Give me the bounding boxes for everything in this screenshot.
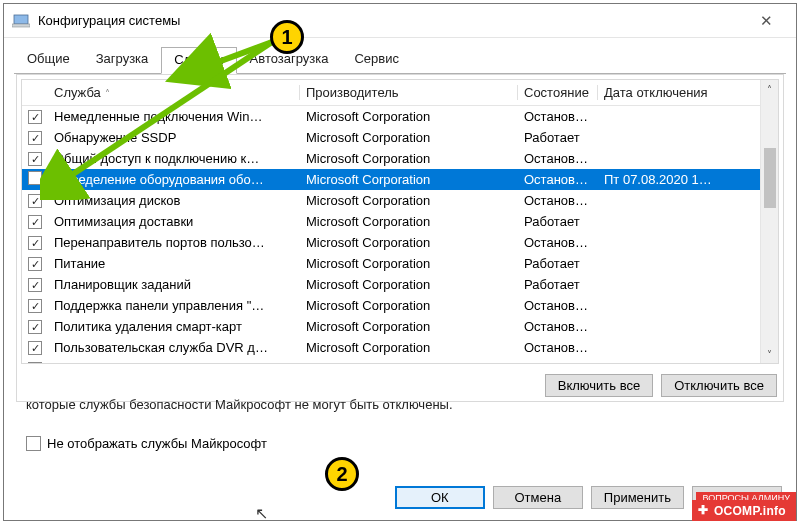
state: Останов… bbox=[518, 234, 598, 251]
column-manufacturer[interactable]: Производитель bbox=[300, 81, 518, 104]
tab-boot[interactable]: Загрузка bbox=[83, 46, 162, 73]
table-row[interactable]: Оптимизация доставкиMicrosoft Corporatio… bbox=[22, 211, 760, 232]
enable-all-button[interactable]: Включить все bbox=[545, 374, 653, 397]
state: Работает bbox=[518, 360, 598, 363]
tab-general[interactable]: Общие bbox=[14, 46, 83, 73]
service-name: Пользовательская служба DVR д… bbox=[48, 339, 300, 356]
service-name: Немедленные подключения Win… bbox=[48, 108, 300, 125]
date-disabled bbox=[598, 263, 760, 265]
service-name: Перенаправитель портов пользо… bbox=[48, 234, 300, 251]
table-row[interactable]: Пользовательская служба DVR д…Microsoft … bbox=[22, 337, 760, 358]
checkbox-icon[interactable] bbox=[28, 152, 42, 166]
cancel-button[interactable]: Отмена bbox=[493, 486, 583, 509]
manufacturer: Microsoft Corporation bbox=[300, 339, 518, 356]
checkbox-icon[interactable] bbox=[28, 215, 42, 229]
state: Останов… bbox=[518, 150, 598, 167]
scrollbar[interactable]: ˄ ˅ bbox=[760, 80, 778, 363]
svg-rect-0 bbox=[14, 15, 28, 24]
apply-button[interactable]: Применить bbox=[591, 486, 684, 509]
table-row[interactable]: Общий доступ к подключению к…Microsoft C… bbox=[22, 148, 760, 169]
hide-microsoft-checkbox[interactable]: Не отображать службы Майкрософт bbox=[26, 436, 267, 451]
state: Останов… bbox=[518, 339, 598, 356]
state: Работает bbox=[518, 129, 598, 146]
table-row[interactable]: Планировщик заданийMicrosoft Corporation… bbox=[22, 274, 760, 295]
scroll-down-icon[interactable]: ˅ bbox=[761, 345, 778, 363]
manufacturer: Microsoft Corporation bbox=[300, 129, 518, 146]
table-row[interactable]: Обнаружение SSDPMicrosoft CorporationРаб… bbox=[22, 127, 760, 148]
service-name: Оптимизация дисков bbox=[48, 192, 300, 209]
close-icon[interactable]: ✕ bbox=[744, 6, 788, 36]
watermark-logo: OCOMP.info bbox=[692, 500, 796, 521]
checkbox-icon[interactable] bbox=[26, 436, 41, 451]
scroll-up-icon[interactable]: ˄ bbox=[761, 80, 778, 98]
system-icon bbox=[12, 14, 30, 28]
system-config-window: Конфигурация системы ✕ Общие Загрузка Сл… bbox=[3, 3, 797, 521]
tab-services[interactable]: Службы bbox=[161, 47, 236, 74]
checkbox-icon[interactable] bbox=[28, 110, 42, 124]
column-service[interactable]: Служба˄ bbox=[48, 81, 300, 104]
table-row[interactable]: Поддержка панели управления "…Microsoft … bbox=[22, 295, 760, 316]
date-disabled bbox=[598, 326, 760, 328]
manufacturer: Microsoft Corporation bbox=[300, 171, 518, 188]
state: Останов… bbox=[518, 318, 598, 335]
checkbox-icon[interactable] bbox=[28, 131, 42, 145]
manufacturer: Microsoft Corporation bbox=[300, 192, 518, 209]
date-disabled bbox=[598, 221, 760, 223]
table-row[interactable]: Перенаправитель портов пользо…Microsoft … bbox=[22, 232, 760, 253]
callout-2: 2 bbox=[325, 457, 359, 491]
date-disabled bbox=[598, 284, 760, 286]
service-name: Обнаружение SSDP bbox=[48, 129, 300, 146]
date-disabled bbox=[598, 137, 760, 139]
checkbox-icon[interactable] bbox=[28, 341, 42, 355]
date-disabled bbox=[598, 305, 760, 307]
service-name: Определение оборудования обо… bbox=[48, 171, 300, 188]
callout-1: 1 bbox=[270, 20, 304, 54]
state: Останов… bbox=[518, 297, 598, 314]
truncated-note: которые службы безопасности Майкрософт н… bbox=[26, 397, 453, 412]
ok-button[interactable]: ОК bbox=[395, 486, 485, 509]
manufacturer: Microsoft Corporation bbox=[300, 234, 518, 251]
services-panel: Служба˄ Производитель Состояние Дата отк… bbox=[16, 74, 784, 402]
manufacturer: Microsoft Corporation bbox=[300, 276, 518, 293]
checkbox-icon[interactable] bbox=[28, 236, 42, 250]
date-disabled bbox=[598, 158, 760, 160]
service-name: Поддержка панели управления "… bbox=[48, 297, 300, 314]
tab-bar: Общие Загрузка Службы Автозагрузка Серви… bbox=[4, 38, 796, 73]
date-disabled bbox=[598, 242, 760, 244]
hide-microsoft-label: Не отображать службы Майкрософт bbox=[47, 436, 267, 451]
state: Останов… bbox=[518, 192, 598, 209]
service-name: Политика удаления смарт-карт bbox=[48, 318, 300, 335]
tab-tools[interactable]: Сервис bbox=[341, 46, 412, 73]
manufacturer: Microsoft Corporation bbox=[300, 108, 518, 125]
service-name: Пользовательская служба push-… bbox=[48, 360, 300, 363]
manufacturer: Microsoft Corporation bbox=[300, 255, 518, 272]
column-state[interactable]: Состояние bbox=[518, 81, 598, 104]
table-row[interactable]: Пользовательская служба push-…Microsoft … bbox=[22, 358, 760, 363]
table-row[interactable]: ПитаниеMicrosoft CorporationРаботает bbox=[22, 253, 760, 274]
services-list: Служба˄ Производитель Состояние Дата отк… bbox=[21, 79, 779, 364]
checkbox-icon[interactable] bbox=[28, 171, 42, 185]
checkbox-icon[interactable] bbox=[28, 194, 42, 208]
service-name: Оптимизация доставки bbox=[48, 213, 300, 230]
table-row[interactable]: Определение оборудования обо…Microsoft C… bbox=[22, 169, 760, 190]
checkbox-icon[interactable] bbox=[28, 278, 42, 292]
cursor-icon: ↖ bbox=[255, 504, 268, 523]
scroll-thumb[interactable] bbox=[764, 148, 776, 208]
date-disabled: Пт 07.08.2020 1… bbox=[598, 171, 760, 188]
state: Останов… bbox=[518, 108, 598, 125]
table-row[interactable]: Немедленные подключения Win…Microsoft Co… bbox=[22, 106, 760, 127]
service-name: Питание bbox=[48, 255, 300, 272]
table-row[interactable]: Оптимизация дисковMicrosoft CorporationО… bbox=[22, 190, 760, 211]
svg-rect-1 bbox=[12, 24, 30, 27]
date-disabled bbox=[598, 116, 760, 118]
checkbox-icon[interactable] bbox=[28, 299, 42, 313]
checkbox-icon[interactable] bbox=[28, 257, 42, 271]
titlebar: Конфигурация системы ✕ bbox=[4, 4, 796, 38]
checkbox-icon[interactable] bbox=[28, 362, 42, 363]
manufacturer: Microsoft Corporation bbox=[300, 360, 518, 363]
column-date-disabled[interactable]: Дата отключения bbox=[598, 81, 760, 104]
disable-all-button[interactable]: Отключить все bbox=[661, 374, 777, 397]
column-header-row: Служба˄ Производитель Состояние Дата отк… bbox=[22, 80, 760, 106]
checkbox-icon[interactable] bbox=[28, 320, 42, 334]
table-row[interactable]: Политика удаления смарт-картMicrosoft Co… bbox=[22, 316, 760, 337]
